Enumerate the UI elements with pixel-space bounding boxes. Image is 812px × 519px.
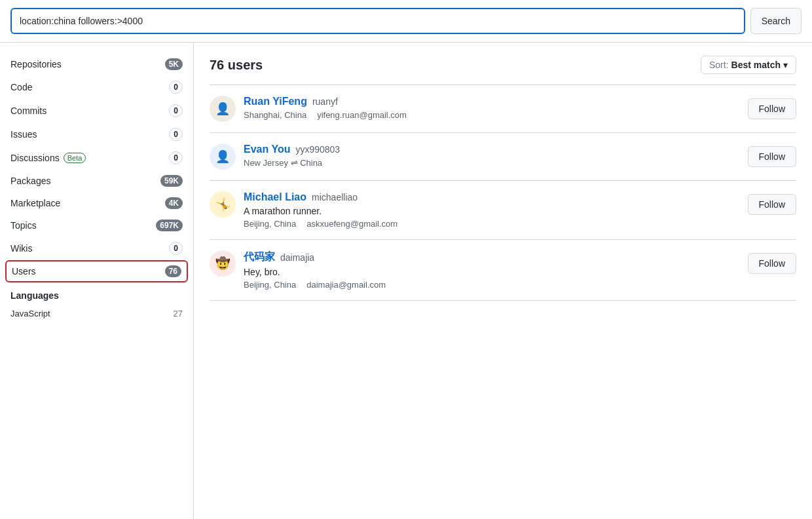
user-card: 👤Ruan YiFengruanyfShanghai, Chinayifeng.… — [210, 85, 796, 133]
sidebar-badge-repositories: 5K — [165, 58, 183, 70]
user-card-left: 👤Ruan YiFengruanyfShanghai, Chinayifeng.… — [210, 96, 748, 122]
user-username: ruanyf — [312, 96, 338, 107]
user-email: daimajia@gmail.com — [306, 280, 386, 290]
sidebar-item-wikis[interactable]: Wikis0 — [0, 237, 193, 260]
results-count: 76 users — [210, 58, 263, 73]
top-bar: Search — [0, 0, 812, 43]
user-card-left: 👤Evan Youyyx990803New Jersey ⇌ China — [210, 144, 748, 170]
user-meta: Shanghai, Chinayifeng.ruan@gmail.com — [244, 110, 748, 120]
sidebar-badge-commits: 0 — [169, 104, 183, 117]
user-location: Beijing, China — [244, 280, 296, 290]
sidebar-badge-marketplace: 4K — [165, 197, 183, 209]
sort-value: Best match — [731, 60, 781, 70]
sidebar-item-topics[interactable]: Topics697K — [0, 214, 193, 237]
user-fullname[interactable]: Evan You — [244, 144, 290, 155]
sidebar-label-issues: Issues — [10, 129, 37, 140]
user-email: yifeng.ruan@gmail.com — [317, 110, 407, 120]
user-fullname[interactable]: Ruan YiFeng — [244, 96, 307, 107]
user-card: 👤Evan Youyyx990803New Jersey ⇌ ChinaFoll… — [210, 133, 796, 181]
sidebar-item-discussions[interactable]: DiscussionsBeta0 — [0, 146, 193, 170]
user-location: New Jersey ⇌ China — [244, 158, 322, 168]
user-username: michaelliao — [312, 192, 358, 202]
sort-button[interactable]: Sort: Best match ▾ — [701, 56, 796, 74]
sidebar-label-marketplace: Marketplace — [10, 198, 60, 208]
user-card-left: 🤠代码家daimajiaHey, bro.Beijing, Chinadaima… — [210, 250, 748, 290]
user-name-row: Evan Youyyx990803 — [244, 144, 748, 155]
sidebar-item-packages[interactable]: Packages59K — [0, 170, 193, 192]
sidebar-badge-issues: 0 — [169, 128, 183, 141]
language-item[interactable]: JavaScript27 — [0, 306, 193, 321]
avatar: 🤠 — [210, 250, 236, 277]
sidebar: Repositories5KCode0Commits0Issues0Discus… — [0, 43, 194, 519]
user-info: 代码家daimajiaHey, bro.Beijing, Chinadaimaj… — [244, 250, 748, 290]
results-header: 76 users Sort: Best match ▾ — [210, 56, 796, 74]
user-fullname[interactable]: Michael Liao — [244, 191, 306, 203]
user-email: askxuefeng@gmail.com — [306, 219, 397, 229]
user-location: Beijing, China — [244, 219, 296, 229]
language-count: 27 — [174, 309, 183, 318]
user-info: Michael LiaomichaelliaoA marathon runner… — [244, 191, 748, 229]
sidebar-label-users: Users — [12, 266, 36, 277]
sort-label: Sort: — [709, 60, 729, 70]
language-name: JavaScript — [10, 309, 50, 318]
user-username: yyx990803 — [295, 144, 340, 155]
sidebar-label-code: Code — [10, 82, 32, 92]
sidebar-item-repositories[interactable]: Repositories5K — [0, 53, 193, 75]
user-bio: Hey, bro. — [244, 267, 748, 277]
follow-button[interactable]: Follow — [748, 98, 796, 119]
follow-button[interactable]: Follow — [748, 253, 796, 274]
avatar: 👤 — [210, 96, 236, 122]
sidebar-badge-users: 76 — [165, 265, 181, 277]
avatar: 🤸 — [210, 191, 236, 218]
user-info: Ruan YiFengruanyfShanghai, Chinayifeng.r… — [244, 96, 748, 120]
sidebar-item-commits[interactable]: Commits0 — [0, 99, 193, 123]
sidebar-item-code[interactable]: Code0 — [0, 75, 193, 99]
user-bio: A marathon runner. — [244, 206, 748, 216]
sidebar-label-packages: Packages — [10, 176, 50, 186]
results-area: 76 users Sort: Best match ▾ 👤Ruan YiFeng… — [194, 43, 812, 519]
avatar: 👤 — [210, 144, 236, 170]
search-input[interactable] — [10, 8, 745, 34]
sidebar-label-discussions: DiscussionsBeta — [10, 153, 86, 163]
search-button[interactable]: Search — [750, 8, 802, 34]
user-name-row: 代码家daimajia — [244, 250, 748, 264]
follow-button[interactable]: Follow — [748, 194, 796, 215]
beta-badge: Beta — [64, 153, 86, 163]
user-meta: Beijing, Chinadaimajia@gmail.com — [244, 280, 748, 290]
sidebar-badge-discussions: 0 — [169, 151, 183, 164]
user-card: 🤸Michael LiaomichaelliaoA marathon runne… — [210, 181, 796, 240]
sidebar-label-commits: Commits — [10, 106, 46, 116]
user-info: Evan Youyyx990803New Jersey ⇌ China — [244, 144, 748, 168]
user-location: Shanghai, China — [244, 110, 306, 120]
sidebar-badge-code: 0 — [169, 81, 183, 94]
sidebar-item-issues[interactable]: Issues0 — [0, 123, 193, 146]
sidebar-label-topics: Topics — [10, 220, 37, 231]
user-name-row: Michael Liaomichaelliao — [244, 191, 748, 203]
languages-section-title: Languages — [0, 282, 193, 306]
sidebar-badge-topics: 697K — [156, 220, 183, 231]
user-fullname[interactable]: 代码家 — [244, 250, 275, 264]
user-card: 🤠代码家daimajiaHey, bro.Beijing, Chinadaima… — [210, 240, 796, 301]
user-meta: New Jersey ⇌ China — [244, 158, 748, 168]
main-layout: Repositories5KCode0Commits0Issues0Discus… — [0, 43, 812, 519]
sidebar-badge-packages: 59K — [160, 175, 183, 187]
user-list: 👤Ruan YiFengruanyfShanghai, Chinayifeng.… — [210, 85, 796, 301]
user-meta: Beijing, Chinaaskxuefeng@gmail.com — [244, 219, 748, 229]
sidebar-label-wikis: Wikis — [10, 243, 32, 254]
sidebar-badge-wikis: 0 — [169, 242, 183, 255]
chevron-down-icon: ▾ — [783, 60, 788, 70]
sidebar-item-users[interactable]: Users76 — [5, 260, 188, 282]
follow-button[interactable]: Follow — [748, 146, 796, 167]
user-card-left: 🤸Michael LiaomichaelliaoA marathon runne… — [210, 191, 748, 229]
user-username: daimajia — [280, 252, 314, 263]
user-name-row: Ruan YiFengruanyf — [244, 96, 748, 107]
sidebar-item-marketplace[interactable]: Marketplace4K — [0, 192, 193, 214]
sidebar-label-repositories: Repositories — [10, 59, 62, 69]
